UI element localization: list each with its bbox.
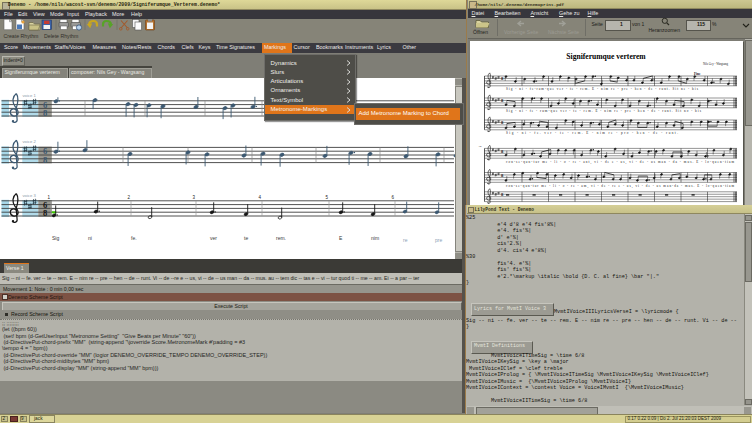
svg-text:Sig - ni - fe. ver - te -: Sig - ni - fe. ver - te - rem. E - nim r… bbox=[506, 131, 678, 135]
svg-text:voice 2: voice 2 bbox=[23, 139, 37, 144]
svg-text:nim: nim bbox=[371, 235, 379, 241]
svg-text:8: 8 bbox=[43, 108, 47, 118]
svg-text:Signiferumque verterem: Signiferumque verterem bbox=[566, 52, 646, 61]
svg-text:Nils Gey - Wargsang: Nils Gey - Wargsang bbox=[703, 62, 729, 66]
svg-text:Fine: Fine bbox=[694, 72, 701, 76]
svg-text:Sig - ni - fe - rum-que ve: Sig - ni - fe - rum-que ver - te - rem. … bbox=[506, 109, 702, 113]
svg-text:8: 8 bbox=[43, 155, 47, 165]
svg-text:fe.: fe. bbox=[131, 235, 137, 241]
svg-text:ni: ni bbox=[88, 235, 92, 241]
svg-text:ver: ver bbox=[210, 235, 217, 241]
svg-text:Sig: Sig bbox=[52, 235, 59, 241]
svg-text:re: re bbox=[403, 237, 408, 243]
svg-text:pre: pre bbox=[435, 237, 442, 243]
svg-text:voice 3: voice 3 bbox=[23, 193, 37, 198]
svg-text:Sig - ni - fe-rum-que ver - te: Sig - ni - fe-rum-que ver - te - rem. E … bbox=[506, 87, 699, 91]
svg-text:te: te bbox=[244, 235, 248, 241]
svg-text:rem.: rem. bbox=[276, 235, 286, 241]
svg-text:voice 1: voice 1 bbox=[23, 93, 37, 98]
svg-text:8: 8 bbox=[43, 208, 47, 218]
